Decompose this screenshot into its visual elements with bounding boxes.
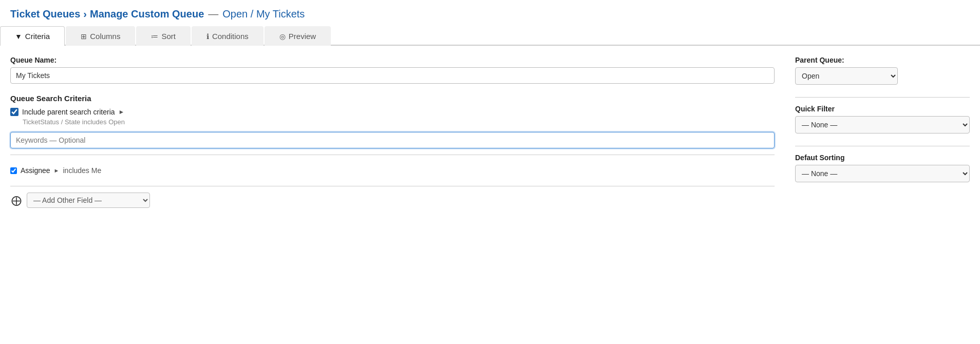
include-parent-label[interactable]: Include parent search criteria	[22, 108, 115, 116]
tab-sort[interactable]: ≔ Sort	[136, 26, 191, 46]
include-parent-row: Include parent search criteria ►	[10, 108, 775, 116]
expand-parent-arrow[interactable]: ►	[119, 108, 125, 116]
right-panel: Parent Queue: Open Closed All Quick Filt…	[795, 56, 970, 213]
quick-filter-label: Quick Filter	[795, 105, 970, 113]
assignee-divider	[10, 155, 775, 155]
right-divider-2	[795, 146, 970, 146]
right-divider-1	[795, 97, 970, 98]
default-sorting-group: Defaut Sorting — None —	[795, 154, 970, 182]
sub-criteria-text: TicketStatus / State includes Open	[23, 118, 775, 126]
main-content: Queue Name: Queue Search Criteria Includ…	[0, 46, 980, 223]
include-parent-checkbox[interactable]	[10, 108, 18, 116]
default-sorting-select[interactable]: — None —	[795, 165, 970, 182]
keywords-input[interactable]	[10, 132, 775, 148]
conditions-icon: ℹ	[206, 32, 209, 41]
tab-criteria[interactable]: ▼ Criteria	[0, 26, 65, 46]
default-sorting-label: Defaut Sorting	[795, 154, 970, 162]
add-field-row: ⨁ — Add Other Field —	[10, 193, 775, 208]
parent-queue-group: Parent Queue: Open Closed All	[795, 56, 970, 85]
left-panel: Queue Name: Queue Search Criteria Includ…	[10, 56, 775, 213]
keywords-input-wrap	[10, 132, 775, 148]
assignee-checkbox[interactable]	[10, 167, 17, 174]
tab-criteria-label: Criteria	[25, 32, 50, 41]
quick-filter-group: Quick Filter — None —	[795, 105, 970, 133]
tab-conditions-label: Conditions	[212, 32, 249, 41]
ticket-queues-link[interactable]: Ticket Queues	[10, 8, 80, 20]
tab-columns[interactable]: ⊞ Columns	[66, 26, 135, 46]
manage-queue-title: Manage Custom Queue	[90, 8, 204, 20]
criteria-icon: ▼	[15, 32, 22, 41]
parent-queue-select[interactable]: Open Closed All	[795, 67, 898, 85]
includes-me-text: includes Me	[63, 166, 101, 175]
columns-icon: ⊞	[81, 32, 87, 41]
tabs-bar: ▼ Criteria ⊞ Columns ≔ Sort ℹ Conditions…	[0, 25, 980, 46]
queue-name-label: Queue Name:	[10, 56, 775, 64]
queue-name-section: Queue Name:	[10, 56, 775, 84]
assignee-label[interactable]: Assignee	[21, 166, 50, 175]
add-field-divider	[10, 186, 775, 186]
tab-columns-label: Columns	[90, 32, 120, 41]
header-dash: —	[208, 8, 218, 20]
criteria-section: Queue Search Criteria Include parent sea…	[10, 94, 775, 208]
quick-filter-select[interactable]: — None —	[795, 116, 970, 133]
sort-icon: ≔	[151, 32, 158, 41]
tab-conditions[interactable]: ℹ Conditions	[192, 26, 263, 46]
search-criteria-title: Queue Search Criteria	[10, 94, 775, 103]
add-field-select[interactable]: — Add Other Field —	[27, 193, 150, 208]
tab-preview-label: Preview	[289, 32, 316, 41]
queue-name-input[interactable]	[10, 67, 775, 84]
add-field-button[interactable]: ⨁	[10, 194, 23, 206]
tab-sort-label: Sort	[161, 32, 176, 41]
parent-queue-label: Parent Queue:	[795, 56, 970, 64]
breadcrumb-arrow: ›	[83, 8, 87, 20]
queue-subtitle: Open / My Tickets	[222, 8, 305, 20]
assignee-expand-arrow[interactable]: ►	[54, 167, 60, 174]
assignee-row: Assignee ► includes Me	[10, 161, 775, 180]
preview-icon: ◎	[279, 32, 286, 41]
tab-preview[interactable]: ◎ Preview	[265, 26, 331, 46]
page-header: Ticket Queues › Manage Custom Queue — Op…	[0, 0, 980, 25]
